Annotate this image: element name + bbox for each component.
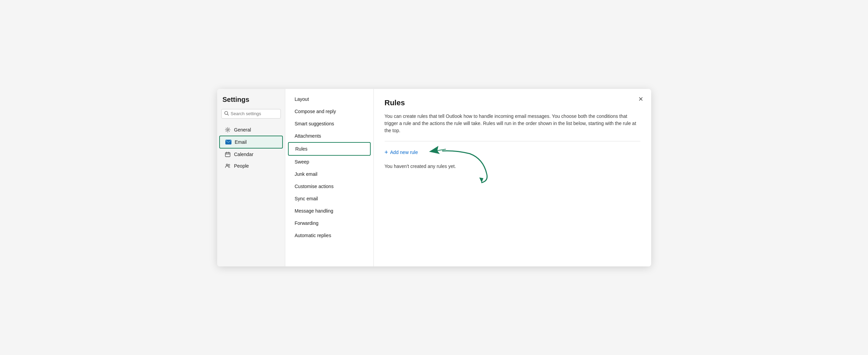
menu-item-customise-actions[interactable]: Customise actions xyxy=(288,180,371,192)
add-new-rule-button[interactable]: + Add new rule xyxy=(385,147,418,158)
settings-window: Settings General xyxy=(217,89,651,266)
svg-line-1 xyxy=(227,114,229,115)
middle-panel: Layout Compose and reply Smart suggestio… xyxy=(285,89,374,266)
svg-point-8 xyxy=(226,164,228,166)
menu-item-forwarding[interactable]: Forwarding xyxy=(288,217,371,229)
svg-point-9 xyxy=(228,164,230,166)
svg-marker-10 xyxy=(429,144,447,155)
email-icon xyxy=(225,139,231,145)
search-icon xyxy=(224,111,229,117)
people-icon xyxy=(225,163,231,169)
main-content: ✕ Rules You can create rules that tell O… xyxy=(374,89,651,266)
page-title: Rules xyxy=(385,98,640,107)
empty-state-text: You haven't created any rules yet. xyxy=(385,164,640,169)
sidebar-item-people[interactable]: People xyxy=(219,160,283,172)
sidebar-item-general[interactable]: General xyxy=(219,124,283,136)
calendar-icon xyxy=(225,151,231,157)
sidebar-item-people-label: People xyxy=(234,163,249,169)
menu-item-sweep[interactable]: Sweep xyxy=(288,156,371,168)
menu-item-smart-suggestions[interactable]: Smart suggestions xyxy=(288,118,371,130)
svg-rect-4 xyxy=(225,153,230,157)
svg-rect-3 xyxy=(225,140,231,144)
sidebar-item-email[interactable]: Email xyxy=(219,136,283,149)
svg-marker-11 xyxy=(479,178,483,183)
menu-item-compose-reply[interactable]: Compose and reply xyxy=(288,105,371,118)
menu-item-automatic-replies[interactable]: Automatic replies xyxy=(288,229,371,242)
sidebar-item-general-label: General xyxy=(234,127,251,133)
gear-icon xyxy=(225,127,231,133)
menu-item-message-handling[interactable]: Message handling xyxy=(288,205,371,217)
add-rule-section: + Add new rule xyxy=(385,147,418,164)
search-box[interactable] xyxy=(221,109,281,119)
menu-item-junk-email[interactable]: Junk email xyxy=(288,168,371,180)
search-input[interactable] xyxy=(231,111,278,116)
plus-icon: + xyxy=(385,149,388,156)
sidebar: Settings General xyxy=(217,89,285,266)
sidebar-title: Settings xyxy=(217,96,285,109)
sidebar-item-calendar-label: Calendar xyxy=(234,152,254,157)
menu-item-rules[interactable]: Rules xyxy=(288,142,371,156)
sidebar-item-email-label: Email xyxy=(235,139,247,145)
close-button[interactable]: ✕ xyxy=(636,94,646,104)
sidebar-item-calendar[interactable]: Calendar xyxy=(219,149,283,160)
divider xyxy=(385,141,640,141)
menu-item-attachments[interactable]: Attachments xyxy=(288,130,371,142)
menu-item-sync-email[interactable]: Sync email xyxy=(288,192,371,205)
svg-point-2 xyxy=(227,129,228,130)
menu-item-layout[interactable]: Layout xyxy=(288,93,371,105)
rules-description: You can create rules that tell Outlook h… xyxy=(385,113,640,134)
add-rule-label: Add new rule xyxy=(390,150,418,155)
